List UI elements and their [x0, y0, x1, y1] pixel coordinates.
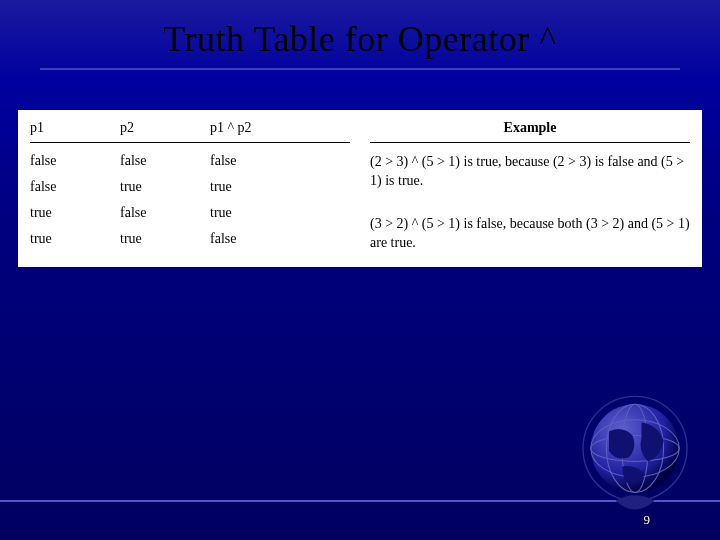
cell-result: true [210, 205, 320, 221]
table-row: false false false [30, 143, 350, 169]
cell-p1: false [30, 153, 120, 169]
cell-p1: false [30, 179, 120, 195]
cell-p2: true [120, 231, 210, 247]
title-underline [40, 68, 680, 70]
page-number: 9 [644, 512, 651, 528]
slide-title: Truth Table for Operator ^ [0, 0, 720, 68]
cell-p2: false [120, 205, 210, 221]
cell-p1: true [30, 205, 120, 221]
truth-table: p1 p2 p1 ^ p2 false false false false tr… [30, 120, 350, 253]
globe-icon [570, 386, 700, 516]
cell-result: false [210, 231, 320, 247]
col-header-p1: p1 [30, 120, 120, 136]
example-heading: Example [370, 120, 690, 143]
cell-p2: false [120, 153, 210, 169]
cell-p1: true [30, 231, 120, 247]
table-row: true false true [30, 195, 350, 221]
cell-result: false [210, 153, 320, 169]
table-header-row: p1 p2 p1 ^ p2 [30, 120, 350, 143]
table-row: true true false [30, 221, 350, 247]
col-header-result: p1 ^ p2 [210, 120, 320, 136]
cell-p2: true [120, 179, 210, 195]
example-item: (3 > 2) ^ (5 > 1) is false, because both… [370, 205, 690, 253]
cell-result: true [210, 179, 320, 195]
example-item: (2 > 3) ^ (5 > 1) is true, because (2 > … [370, 143, 690, 191]
content-panel: p1 p2 p1 ^ p2 false false false false tr… [18, 110, 702, 267]
table-row: false true true [30, 169, 350, 195]
col-header-p2: p2 [120, 120, 210, 136]
example-column: Example (2 > 3) ^ (5 > 1) is true, becau… [370, 120, 690, 253]
